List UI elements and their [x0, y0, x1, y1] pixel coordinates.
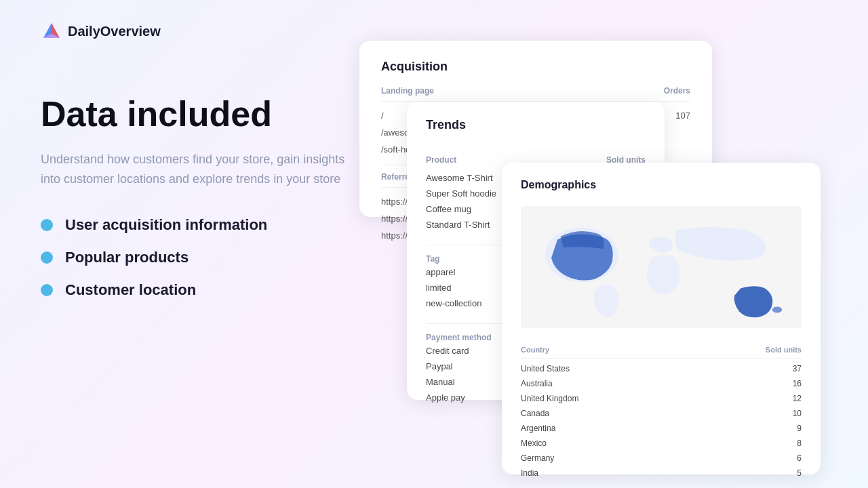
country-units-4: 9 — [797, 424, 802, 433]
demo-row-3: Canada10 — [521, 406, 802, 421]
logo: DailyOverview — [41, 20, 161, 42]
acquisition-title: Acquisition — [381, 60, 690, 74]
country-units-3: 10 — [793, 409, 802, 418]
feature-label-1: User acquisition information — [65, 216, 267, 234]
bullet-3 — [41, 284, 53, 296]
feature-label-3: Customer location — [65, 281, 196, 299]
country-name-5: Mexico — [521, 439, 547, 448]
country-units-0: 37 — [793, 364, 802, 373]
bullet-1 — [41, 219, 53, 231]
country-name-6: Germany — [521, 453, 554, 463]
product-col: Product — [426, 155, 456, 165]
trends-title: Trends — [426, 118, 466, 132]
demo-rows-container: United States37Australia16United Kingdom… — [521, 361, 802, 481]
country-units-7: 5 — [797, 468, 802, 478]
feature-item-2: Popular products — [41, 249, 353, 266]
demographics-title: Demographics — [521, 179, 802, 191]
demo-row-5: Mexico8 — [521, 436, 802, 451]
bullet-2 — [41, 251, 53, 264]
svg-point-5 — [772, 307, 782, 313]
country-units-2: 12 — [793, 394, 802, 403]
demo-row-1: Australia16 — [521, 376, 802, 391]
feature-item-1: User acquisition information — [41, 216, 353, 234]
demographics-card: Demographics — [502, 163, 821, 474]
sub-text: Understand how customers find your store… — [41, 150, 353, 189]
feature-item-3: Customer location — [41, 281, 353, 299]
country-name-3: Canada — [521, 409, 549, 418]
lp-orders-1: 107 — [675, 110, 690, 121]
tag-col: Tag — [426, 254, 439, 264]
lp-1: / — [381, 110, 384, 121]
country-units-1: 16 — [793, 379, 802, 388]
country-units-6: 6 — [797, 453, 802, 463]
logo-text: DailyOverview — [68, 24, 161, 39]
country-units-5: 8 — [797, 439, 802, 448]
demo-sold-col: Sold units — [766, 346, 802, 354]
demo-row-6: Germany6 — [521, 451, 802, 466]
country-col: Country — [521, 346, 549, 354]
demo-row-0: United States37 — [521, 361, 802, 376]
demo-table-header: Country Sold units — [521, 346, 802, 359]
payment-col: Payment method — [426, 333, 492, 342]
demo-row-2: United Kingdom12 — [521, 391, 802, 406]
main-heading: Data included — [41, 95, 353, 134]
landing-page-col: Landing page — [381, 86, 434, 96]
demo-row-7: India5 — [521, 466, 802, 481]
country-name-4: Argentina — [521, 424, 555, 433]
left-content: Data included Understand how customers f… — [41, 95, 353, 299]
feature-label-2: Popular products — [65, 249, 189, 266]
world-map — [521, 199, 802, 335]
acquisition-table-header: Landing page Orders — [381, 86, 690, 102]
map-svg — [521, 199, 802, 335]
trends-header: Trends — [426, 118, 646, 144]
country-name-7: India — [521, 468, 538, 478]
country-name-2: United Kingdom — [521, 394, 578, 403]
feature-list: User acquisition information Popular pro… — [41, 216, 353, 299]
cards-area: Acquisition Landing page Orders / 107 /a… — [339, 20, 868, 488]
logo-icon — [41, 20, 62, 42]
country-name-1: Australia — [521, 379, 553, 388]
demo-row-4: Argentina9 — [521, 421, 802, 436]
country-name-0: United States — [521, 364, 570, 373]
orders-col: Orders — [664, 86, 690, 96]
